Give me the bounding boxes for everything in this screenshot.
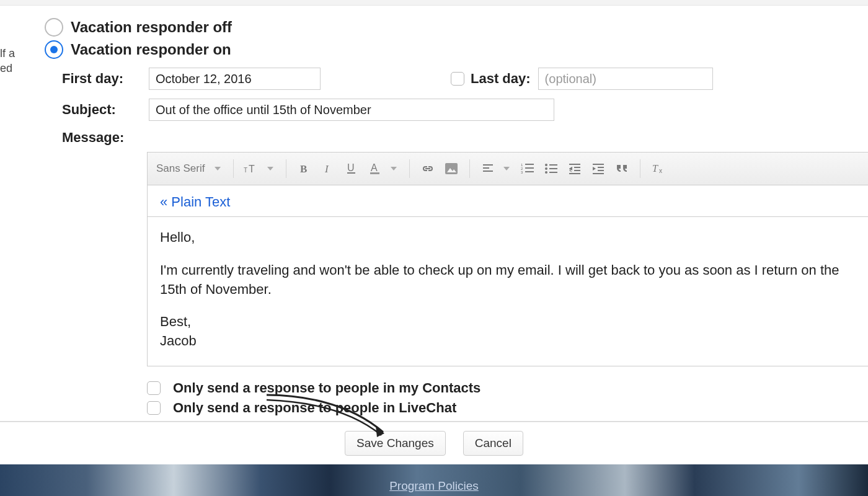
rich-text-editor: Sans Serif TT B I U A: [147, 152, 868, 366]
svg-text:T: T: [244, 167, 247, 174]
svg-rect-12: [483, 170, 493, 172]
italic-icon[interactable]: I: [319, 159, 337, 178]
svg-rect-25: [569, 164, 580, 165]
radio-on-label: Vacation responder on: [71, 41, 231, 58]
svg-point-21: [545, 171, 547, 174]
svg-point-20: [545, 167, 547, 170]
svg-rect-34: [593, 173, 604, 174]
last-day-input[interactable]: [538, 68, 713, 90]
vacation-responder-panel: lf a ed Vacation responder off Vacation …: [0, 6, 868, 422]
svg-rect-26: [574, 167, 580, 168]
subject-label: Subject:: [62, 102, 149, 118]
clipped-left-text: lf a ed: [0, 46, 15, 76]
plain-text-row: « Plain Text: [147, 185, 868, 216]
livechat-only-label: Only send a response to people in LiveCh…: [173, 400, 456, 416]
livechat-only-row[interactable]: Only send a response to people in LiveCh…: [147, 400, 868, 416]
subject-input[interactable]: [149, 99, 554, 121]
bold-icon[interactable]: B: [295, 159, 314, 178]
chevron-down-icon[interactable]: [215, 167, 221, 170]
svg-text:T: T: [249, 164, 255, 174]
svg-text:3: 3: [521, 170, 523, 174]
first-day-input[interactable]: [149, 68, 321, 90]
quote-icon[interactable]: [613, 159, 631, 178]
editor-toolbar: Sans Serif TT B I U A: [147, 152, 868, 185]
last-day-label: Last day:: [471, 71, 531, 87]
svg-rect-8: [445, 163, 458, 174]
svg-rect-16: [525, 164, 534, 165]
svg-rect-7: [370, 172, 379, 174]
message-label: Message:: [62, 130, 868, 146]
link-icon[interactable]: [418, 159, 437, 178]
svg-rect-33: [598, 170, 604, 171]
top-divider: [0, 0, 868, 6]
chevron-down-icon[interactable]: [391, 167, 397, 170]
clipped-text-line1: lf a: [0, 46, 15, 61]
radio-off-label: Vacation responder off: [71, 19, 232, 36]
svg-rect-31: [593, 164, 604, 165]
last-day-checkbox[interactable]: [451, 72, 464, 86]
background-photo-strip: Program Policies: [0, 464, 868, 496]
remove-formatting-icon[interactable]: Tx: [649, 159, 668, 178]
chevron-down-icon[interactable]: [503, 167, 510, 170]
responder-on-row[interactable]: Vacation responder on: [45, 40, 868, 59]
msg-paragraph: I'm currently traveling and won't be abl…: [160, 261, 856, 299]
msg-greeting: Hello,: [160, 228, 856, 247]
svg-rect-18: [525, 171, 534, 172]
toolbar-separator: [640, 159, 640, 178]
svg-text:T: T: [652, 163, 658, 174]
numbered-list-icon[interactable]: 123: [518, 159, 537, 178]
first-day-label: First day:: [62, 71, 149, 87]
svg-marker-35: [593, 167, 596, 170]
indent-less-icon[interactable]: [565, 159, 584, 178]
blank-line: [160, 247, 856, 261]
cancel-button[interactable]: Cancel: [463, 431, 523, 456]
contacts-only-label: Only send a response to people in my Con…: [173, 380, 480, 396]
svg-rect-5: [347, 172, 355, 174]
contacts-only-checkbox[interactable]: [147, 381, 161, 395]
font-family-selector[interactable]: Sans Serif: [156, 162, 208, 175]
radio-off[interactable]: [45, 18, 63, 37]
program-policies-link[interactable]: Program Policies: [389, 479, 479, 493]
svg-marker-30: [569, 167, 572, 170]
svg-rect-10: [483, 164, 493, 166]
svg-rect-11: [483, 167, 489, 169]
bulleted-list-icon[interactable]: [542, 159, 560, 178]
plain-text-toggle[interactable]: « Plain Text: [160, 194, 230, 210]
toolbar-separator: [409, 159, 410, 178]
svg-rect-23: [549, 168, 557, 169]
svg-rect-32: [598, 167, 604, 168]
footer-actions: Save Changes Cancel: [0, 422, 868, 464]
svg-text:U: U: [347, 162, 355, 173]
save-button[interactable]: Save Changes: [345, 431, 446, 456]
align-icon[interactable]: [479, 159, 497, 178]
toolbar-separator: [233, 159, 234, 178]
svg-rect-17: [525, 167, 534, 169]
svg-text:B: B: [300, 163, 307, 175]
svg-rect-27: [574, 170, 580, 171]
blank-line: [160, 299, 856, 312]
clipped-text-line2: ed: [0, 61, 15, 76]
contacts-only-row[interactable]: Only send a response to people in my Con…: [147, 380, 868, 396]
send-options: Only send a response to people in my Con…: [147, 380, 868, 416]
radio-on[interactable]: [45, 40, 63, 59]
svg-rect-28: [569, 173, 580, 174]
font-size-icon[interactable]: TT: [242, 159, 261, 178]
svg-text:A: A: [371, 162, 378, 173]
text-color-icon[interactable]: A: [366, 159, 384, 178]
indent-more-icon[interactable]: [589, 159, 608, 178]
responder-off-row[interactable]: Vacation responder off: [45, 18, 868, 37]
svg-rect-22: [549, 164, 557, 166]
svg-text:x: x: [659, 167, 662, 174]
message-body[interactable]: Hello, I'm currently traveling and won't…: [147, 216, 868, 366]
svg-point-19: [545, 164, 547, 166]
msg-name: Jacob: [160, 332, 856, 351]
toolbar-separator: [469, 159, 470, 178]
toolbar-separator: [286, 159, 286, 178]
svg-text:I: I: [324, 163, 329, 175]
image-icon[interactable]: [442, 159, 461, 178]
chevron-down-icon[interactable]: [267, 167, 273, 170]
svg-rect-24: [549, 172, 557, 173]
underline-icon[interactable]: U: [342, 159, 361, 178]
livechat-only-checkbox[interactable]: [147, 401, 161, 415]
msg-signoff: Best,: [160, 312, 856, 332]
